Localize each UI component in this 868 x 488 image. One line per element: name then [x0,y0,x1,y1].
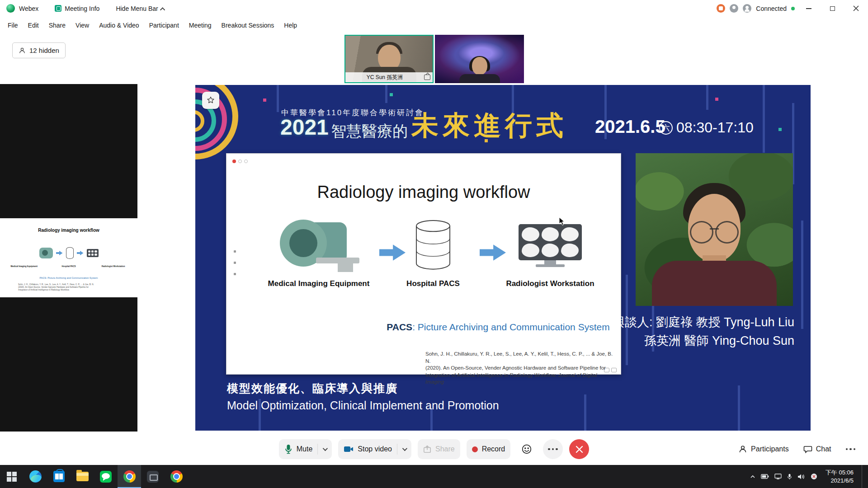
video-thumbnail-active-speaker[interactable]: YC Sun 孫英洲 [344,35,434,83]
slide-nav-marks [234,250,236,275]
reactions-button[interactable] [517,439,537,459]
person-icon [19,47,26,54]
display-icon[interactable] [774,474,782,479]
webex-logo-icon [6,4,15,13]
filmstrip-panel-top[interactable] [0,84,137,218]
menu-item-share[interactable]: Share [44,19,71,32]
taskbar-file-explorer[interactable] [71,465,94,488]
hide-menu-bar-button[interactable]: Hide Menu Bar [116,5,165,12]
windows-logo-icon [7,472,17,482]
speaker-names: 與談人: 劉庭祿 教授 Tyng-Luh Liu 孫英洲 醫師 Ying-Cho… [613,313,794,350]
minimize-button[interactable] [799,1,818,16]
pacs-acronym: PACS [387,322,412,332]
clock-time: 下午 05:06 [826,469,854,477]
conference-date: 2021.6.5 [595,117,665,137]
menu-item-meeting[interactable]: Meeting [184,19,217,32]
app-title: Webex [19,5,38,12]
more-panels-button[interactable] [840,445,861,454]
chevron-down-icon[interactable] [323,446,328,451]
ellipsis-icon [548,448,558,450]
taskbar-edge[interactable] [24,465,47,488]
citation-line: Sohn, J. H., Chillakuru, Y. R., Lee, S.,… [425,351,615,365]
meeting-info-button[interactable]: Meeting Info [55,5,99,12]
menu-item-help[interactable]: Help [279,19,302,32]
title-bar: Webex Meeting Info Hide Menu Bar Connect… [0,0,868,17]
slide-thumbnail-pacs: PACS: Picture Archiving and Communicatio… [0,277,137,279]
speaker-icon[interactable] [797,474,805,480]
slide-thumbnail-citation: Sohn, J. H., Chillakuru, Y. R., Lee, S.,… [18,283,132,291]
popout-icon[interactable] [424,75,430,80]
meeting-info-label: Meeting Info [65,5,99,12]
video-thumbnail-participant[interactable] [435,35,524,83]
mute-button[interactable]: Mute [279,439,332,459]
participants-icon [738,445,747,454]
menu-item-audio-video[interactable]: Audio & Video [94,19,144,32]
participants-label: Participants [751,445,789,453]
show-desktop-button[interactable] [862,465,864,488]
workstation-monitor-icon [519,224,582,267]
slide-corner-icons [604,368,617,372]
slide-thumbnail-title: Radiology imaging workflow [0,228,137,233]
step-label-equipment: Medical Imaging Equipment [255,279,382,288]
window-dots-icon [232,160,248,163]
menu-item-view[interactable]: View [71,19,94,32]
camera-status-icon[interactable] [717,4,725,13]
chat-button[interactable]: Chat [798,441,837,457]
stop-video-button[interactable]: Stop video [338,439,411,459]
video-thumbnail-strip: YC Sun 孫英洲 [344,35,524,83]
caption-english: Model Optimization, Clinical Implement a… [227,399,499,412]
caption-chinese: 模型效能優化、臨床導入與推廣 [227,381,499,396]
hide-menu-bar-label: Hide Menu Bar [116,5,158,12]
maximize-button[interactable] [823,1,842,16]
stop-video-label: Stop video [358,445,392,453]
chat-label: Chat [816,445,831,453]
connection-status: Connected [756,5,787,12]
taskbar-app-dark[interactable] [141,465,165,488]
taskbar-store[interactable] [47,465,71,488]
hidden-participants-badge[interactable]: 12 hidden [12,42,66,58]
taskbar-chrome[interactable] [165,465,188,488]
leave-meeting-button[interactable] [569,439,589,459]
hidden-icons-chevron[interactable] [750,474,755,479]
start-button[interactable] [0,465,24,488]
filmstrip-panel-bottom[interactable] [0,297,137,432]
taskbar-clock[interactable]: 下午 05:06 2021/6/5 [823,469,854,484]
slide-thumbnail[interactable]: Radiology imaging workflow Medical Imagi… [0,219,137,295]
conference-theme: 智慧醫療的 [331,121,408,142]
more-options-button[interactable] [543,439,563,459]
mic-tray-icon[interactable] [787,474,792,480]
chrome-icon [170,470,183,483]
chevron-down-icon[interactable] [402,446,407,451]
citation-line: (2020). An Open-Source, Vender Agnostic … [425,365,615,372]
session-caption: 模型效能優化、臨床導入與推廣 Model Optimization, Clini… [227,381,499,412]
taskbar-chrome-active[interactable] [118,465,141,488]
menu-item-participant[interactable]: Participant [144,19,184,32]
annotate-button[interactable] [202,92,219,109]
ellipsis-icon [846,448,856,450]
close-icon [853,5,859,11]
menu-item-breakout-sessions[interactable]: Breakout Sessions [217,19,279,32]
battery-icon[interactable] [761,474,769,479]
arrow-mini-icon [77,251,84,256]
record-icon [472,446,478,452]
share-label: Share [435,445,455,453]
tray-error-icon[interactable] [811,473,817,480]
pacs-definition: PACS: Picture Archiving and Communicatio… [387,322,609,333]
pacs-definition-text: : Picture Archiving and Communication Sy… [412,322,610,332]
share-button[interactable]: Share [418,439,460,459]
profile-icon[interactable] [743,4,751,13]
arrow-right-icon [480,243,506,262]
clock-date: 2021/6/5 [826,477,854,485]
taskbar-line-app[interactable] [94,465,118,488]
step-label-workstation: Radiologist Workstation [491,279,609,288]
chrome-icon [123,470,136,483]
participants-button[interactable]: Participants [733,441,794,457]
audio-status-icon[interactable] [730,4,738,13]
arrow-right-icon [379,243,406,262]
conference-headline: 未來進行式 [411,108,567,144]
menu-item-file[interactable]: File [3,19,23,32]
close-button[interactable] [846,1,865,16]
menu-item-edit[interactable]: Edit [23,19,44,32]
record-button[interactable]: Record [467,439,511,459]
folder-icon [76,472,89,481]
